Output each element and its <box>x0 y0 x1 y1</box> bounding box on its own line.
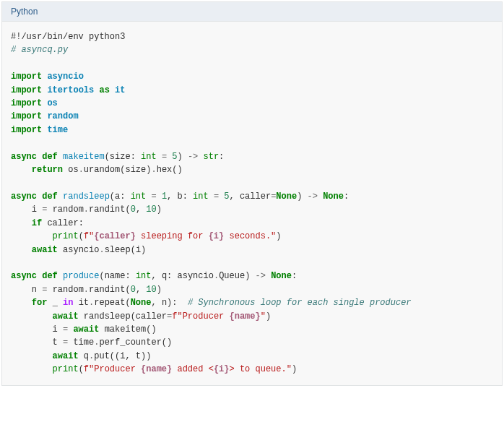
kw: def <box>42 271 58 281</box>
op: = <box>151 191 156 202</box>
mod: os <box>47 98 57 108</box>
p: ( <box>131 245 136 255</box>
id: t <box>53 337 58 348</box>
str: added < <box>172 364 214 374</box>
p: ) <box>141 245 146 255</box>
attr: perf_counter <box>99 337 161 348</box>
kw: def <box>42 152 58 162</box>
id: size <box>125 165 146 175</box>
p: ( <box>110 351 115 361</box>
kw: if <box>32 218 42 228</box>
kw: import <box>11 125 42 135</box>
id: i <box>32 204 37 215</box>
fn: produce <box>63 271 99 281</box>
id: caller <box>240 191 271 202</box>
interp: {caller} <box>94 231 136 241</box>
typ: int <box>131 191 147 202</box>
num: 10 <box>146 285 156 295</box>
typ: int <box>193 191 209 202</box>
p: ( <box>162 337 167 348</box>
p: ( <box>125 298 130 308</box>
id: size <box>110 152 131 162</box>
const: None <box>276 191 297 202</box>
num: 10 <box>146 204 156 215</box>
const: None <box>323 191 344 202</box>
id: i <box>136 245 141 255</box>
p: ) <box>167 337 172 348</box>
p: , <box>125 351 130 361</box>
builtin: print <box>53 364 79 374</box>
id: name <box>105 271 126 281</box>
p: : <box>344 191 349 202</box>
num: 0 <box>131 204 136 215</box>
id: random <box>53 285 84 295</box>
id: q <box>84 351 89 361</box>
p: : <box>292 271 297 281</box>
str: f <box>84 231 89 241</box>
attr: Queue <box>219 271 245 281</box>
comment-filename: # asyncq.py <box>11 45 68 55</box>
op: . <box>84 204 89 215</box>
p: ) <box>297 191 302 202</box>
typ: int <box>141 152 157 162</box>
num: 5 <box>224 191 229 202</box>
id: q <box>162 271 167 281</box>
p: ) <box>157 285 162 295</box>
kw: await <box>53 351 79 361</box>
op: -> <box>308 191 318 202</box>
p: , <box>151 271 156 281</box>
builtin: print <box>53 231 79 241</box>
mod: time <box>47 125 68 135</box>
id: t <box>136 351 141 361</box>
id: time <box>73 337 94 348</box>
attr: repeat <box>94 298 125 308</box>
num: 0 <box>131 285 136 295</box>
id: _ <box>53 298 58 308</box>
attr: randint <box>89 285 125 295</box>
kw: await <box>53 311 79 322</box>
id: n <box>162 298 167 308</box>
op: = <box>63 337 68 348</box>
id: asyncio <box>178 271 214 281</box>
p: ) <box>146 351 151 361</box>
kw: in <box>63 298 73 308</box>
typ: str <box>204 152 220 162</box>
id: random <box>53 204 84 215</box>
str: seconds. <box>224 231 271 241</box>
id: b <box>177 191 182 202</box>
p: ( <box>99 271 104 281</box>
attr: sleep <box>105 245 131 255</box>
kw: async <box>11 152 37 162</box>
p: : <box>131 152 136 162</box>
p: ( <box>125 285 130 295</box>
str: > to queue. <box>229 364 286 374</box>
p: , <box>136 285 141 295</box>
p: ) <box>177 152 182 162</box>
p: : <box>183 191 188 202</box>
kw: await <box>73 324 99 335</box>
kw: async <box>11 271 37 281</box>
p: : <box>125 271 130 281</box>
code-language-label: Python <box>2 2 502 22</box>
id: n <box>32 285 37 295</box>
p: ( <box>110 191 115 202</box>
p: ( <box>79 231 84 241</box>
op: . <box>151 165 156 175</box>
interp: {i} <box>209 231 225 241</box>
kw: return <box>32 165 63 175</box>
str: " <box>287 364 292 374</box>
kw: import <box>11 98 42 108</box>
id: caller <box>136 311 167 322</box>
id: it <box>79 298 89 308</box>
shebang-line: #!/usr/bin/env python3 <box>11 32 125 42</box>
op: = <box>42 285 47 295</box>
op: . <box>79 165 84 175</box>
code-body: #!/usr/bin/env python3 # asyncq.py impor… <box>2 22 502 385</box>
num: 1 <box>162 191 167 202</box>
p: , <box>151 298 156 308</box>
kw: await <box>32 245 58 255</box>
str: " <box>177 311 182 322</box>
id: i <box>53 324 58 335</box>
p: ( <box>125 204 130 215</box>
op: . <box>84 285 89 295</box>
